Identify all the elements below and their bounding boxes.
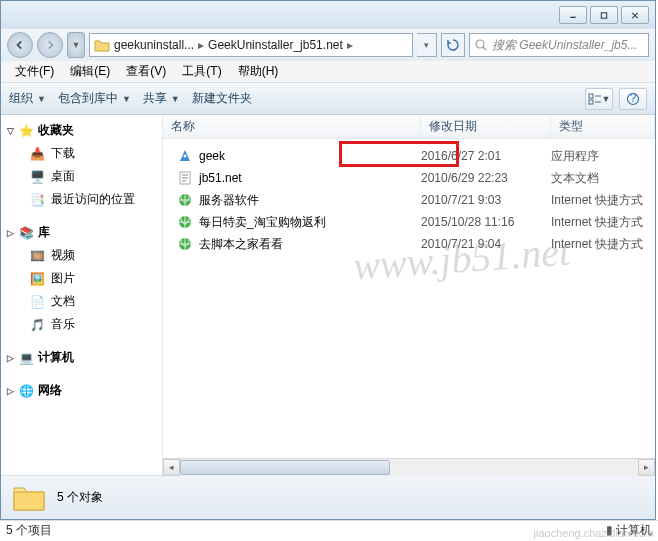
file-list-area: 名称 修改日期 类型 geek2016/6/27 2:01应用程序jb51.ne… — [163, 115, 655, 475]
file-type: Internet 快捷方式 — [551, 236, 655, 253]
svg-line-5 — [483, 47, 486, 50]
col-date[interactable]: 修改日期 — [421, 115, 551, 138]
column-header: 名称 修改日期 类型 — [163, 115, 655, 139]
file-date: 2010/7/21 9:03 — [421, 193, 551, 207]
file-type: Internet 快捷方式 — [551, 214, 655, 231]
forward-button[interactable] — [37, 32, 63, 58]
toolbar: 组织 ▼ 包含到库中 ▼ 共享 ▼ 新建文件夹 ▼ ? — [1, 83, 655, 115]
picture-icon: 🖼️ — [29, 271, 45, 287]
nav-pictures[interactable]: 🖼️图片 — [1, 267, 162, 290]
svg-rect-1 — [601, 12, 606, 17]
file-name: 去脚本之家看看 — [199, 236, 283, 253]
file-name: jb51.net — [199, 171, 242, 185]
corner-watermark: jiaocheng.chazidian.com — [534, 527, 654, 539]
menu-view[interactable]: 查看(V) — [118, 61, 174, 82]
menu-help[interactable]: 帮助(H) — [230, 61, 287, 82]
file-name: 服务器软件 — [199, 192, 259, 209]
nav-videos[interactable]: 🎞️视频 — [1, 244, 162, 267]
network-icon: 🌐 — [18, 383, 34, 399]
libraries-group[interactable]: ▷📚库 — [1, 221, 162, 244]
file-name: 每日特卖_淘宝购物返利 — [199, 214, 326, 231]
crumb-2[interactable]: GeekUninstaller_jb51.net — [208, 38, 343, 52]
file-date: 2010/6/29 22:23 — [421, 171, 551, 185]
file-type: Internet 快捷方式 — [551, 192, 655, 209]
recent-icon: 📑 — [29, 192, 45, 208]
star-icon: ⭐ — [18, 123, 34, 139]
computer-icon: 💻 — [18, 350, 34, 366]
nav-downloads[interactable]: 📥下载 — [1, 142, 162, 165]
file-row[interactable]: geek2016/6/27 2:01应用程序 — [163, 145, 655, 167]
file-icon — [177, 148, 193, 164]
file-name: geek — [199, 149, 225, 163]
scroll-right-button[interactable]: ▸ — [638, 459, 655, 476]
menu-edit[interactable]: 编辑(E) — [62, 61, 118, 82]
back-button[interactable] — [7, 32, 33, 58]
scroll-thumb[interactable] — [180, 460, 390, 475]
organize-button[interactable]: 组织 ▼ — [9, 90, 46, 107]
refresh-button[interactable] — [441, 33, 465, 57]
svg-rect-6 — [589, 94, 593, 98]
explorer-window: ▼ geekuninstall... ▸ GeekUninstaller_jb5… — [0, 0, 656, 520]
titlebar — [1, 1, 655, 29]
file-icon — [177, 192, 193, 208]
breadcrumb[interactable]: geekuninstall... ▸ GeekUninstaller_jb51.… — [89, 33, 413, 57]
svg-rect-7 — [589, 100, 593, 104]
nav-recent[interactable]: 📑最近访问的位置 — [1, 188, 162, 211]
file-date: 2015/10/28 11:16 — [421, 215, 551, 229]
col-name[interactable]: 名称 — [163, 115, 421, 138]
nav-music[interactable]: 🎵音乐 — [1, 313, 162, 336]
network-group[interactable]: ▷🌐网络 — [1, 379, 162, 402]
svg-point-4 — [476, 40, 484, 48]
nav-documents[interactable]: 📄文档 — [1, 290, 162, 313]
minimize-button[interactable] — [559, 6, 587, 24]
favorites-group[interactable]: ▽⭐收藏夹 — [1, 119, 162, 142]
horizontal-scrollbar[interactable]: ◂ ▸ — [163, 458, 655, 475]
file-row[interactable]: 每日特卖_淘宝购物返利2015/10/28 11:16Internet 快捷方式 — [163, 211, 655, 233]
navigation-pane: ▽⭐收藏夹 📥下载 🖥️桌面 📑最近访问的位置 ▷📚库 🎞️视频 🖼️图片 📄文… — [1, 115, 163, 475]
folder-large-icon — [11, 480, 47, 516]
help-button[interactable]: ? — [619, 88, 647, 110]
include-library-button[interactable]: 包含到库中 ▼ — [58, 90, 131, 107]
chevron-right-icon: ▸ — [198, 38, 204, 52]
file-row[interactable]: 服务器软件2010/7/21 9:03Internet 快捷方式 — [163, 189, 655, 211]
folder-icon — [94, 37, 110, 53]
nav-desktop[interactable]: 🖥️桌面 — [1, 165, 162, 188]
document-icon: 📄 — [29, 294, 45, 310]
file-row[interactable]: 去脚本之家看看2010/7/21 9:04Internet 快捷方式 — [163, 233, 655, 255]
file-type: 应用程序 — [551, 148, 655, 165]
search-input[interactable]: 搜索 GeekUninstaller_jb5... — [469, 33, 649, 57]
search-placeholder: 搜索 GeekUninstaller_jb5... — [492, 37, 637, 54]
desktop-icon: 🖥️ — [29, 169, 45, 185]
new-folder-button[interactable]: 新建文件夹 — [192, 90, 252, 107]
download-icon: 📥 — [29, 146, 45, 162]
file-rows: geek2016/6/27 2:01应用程序jb51.net2010/6/29 … — [163, 139, 655, 458]
chevron-right-icon: ▸ — [347, 38, 353, 52]
crumb-1[interactable]: geekuninstall... — [114, 38, 194, 52]
address-dropdown[interactable]: ▾ — [417, 33, 437, 57]
address-bar: ▼ geekuninstall... ▸ GeekUninstaller_jb5… — [1, 29, 655, 61]
maximize-button[interactable] — [590, 6, 618, 24]
details-pane: 5 个对象 — [1, 475, 655, 519]
music-icon: 🎵 — [29, 317, 45, 333]
menu-tools[interactable]: 工具(T) — [174, 61, 229, 82]
close-button[interactable] — [621, 6, 649, 24]
menu-bar: 文件(F) 编辑(E) 查看(V) 工具(T) 帮助(H) — [1, 61, 655, 83]
col-type[interactable]: 类型 — [551, 115, 655, 138]
file-date: 2016/6/27 2:01 — [421, 149, 551, 163]
history-dropdown[interactable]: ▼ — [67, 32, 85, 58]
video-icon: 🎞️ — [29, 248, 45, 264]
menu-file[interactable]: 文件(F) — [7, 61, 62, 82]
status-left: 5 个项目 — [6, 522, 52, 539]
scroll-left-button[interactable]: ◂ — [163, 459, 180, 476]
file-icon — [177, 236, 193, 252]
file-row[interactable]: jb51.net2010/6/29 22:23文本文档 — [163, 167, 655, 189]
file-icon — [177, 170, 193, 186]
scroll-track[interactable] — [180, 459, 638, 476]
file-date: 2010/7/21 9:04 — [421, 237, 551, 251]
view-options-button[interactable]: ▼ — [585, 88, 613, 110]
file-type: 文本文档 — [551, 170, 655, 187]
library-icon: 📚 — [18, 225, 34, 241]
computer-group[interactable]: ▷💻计算机 — [1, 346, 162, 369]
svg-point-12 — [184, 155, 187, 158]
share-button[interactable]: 共享 ▼ — [143, 90, 180, 107]
